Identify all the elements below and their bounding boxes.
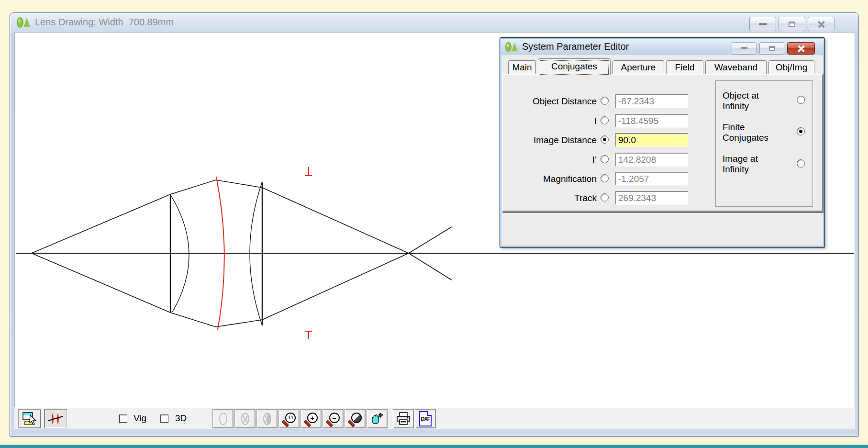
i-label: I [503, 116, 597, 126]
i-prime-radio[interactable] [601, 155, 609, 163]
tab-obj-img[interactable]: Obj/Img [768, 60, 814, 75]
marginal-ray-upper-image [262, 188, 452, 280]
object-at-infinity-label: Object at Infinity [723, 90, 779, 112]
zoom-in-icon: + [307, 413, 318, 423]
image-distance-input[interactable] [615, 133, 688, 147]
zoom-in-glyph: + [311, 414, 315, 422]
export-dxf-button[interactable]: DXF [415, 409, 436, 428]
dxf-label: DXF [421, 416, 430, 422]
zoom-window-button[interactable] [345, 409, 366, 428]
conjugate-mode-groupbox: Object at Infinity Finite Conjugates Ima… [715, 80, 813, 207]
dialog-close-button[interactable] [787, 42, 815, 55]
i-radio[interactable] [601, 116, 609, 124]
i-input[interactable] [615, 114, 688, 128]
drawing-toolbar: Vig 3D 1-1 + − [14, 407, 855, 429]
zoom-one-to-one-button[interactable]: 1-1 [278, 409, 300, 428]
zoom-reset-glyph: 1-1 [288, 416, 293, 420]
close-icon [818, 21, 825, 28]
lens-prism-icon [17, 17, 31, 28]
copy-drawing-button[interactable] [18, 409, 41, 428]
export-dxf-icon: DXF [419, 411, 432, 426]
tab-aperture[interactable]: Aperture [612, 60, 664, 75]
threed-checkbox-label: 3D [175, 413, 187, 424]
pan-hand-icon [370, 412, 384, 426]
zoom-out-button[interactable]: − [323, 409, 344, 428]
window-title: Lens Drawing: Width 700.89mm [35, 17, 174, 28]
i-prime-label: I' [503, 155, 597, 165]
dialog-status-area [502, 213, 822, 245]
taskbar-edge-strip [0, 445, 868, 448]
copy-drawing-icon [22, 411, 38, 426]
magnification-input[interactable] [615, 172, 688, 186]
threed-checkbox[interactable] [160, 414, 168, 423]
i-prime-input[interactable] [615, 153, 688, 167]
dialog-title: System Parameter Editor [522, 41, 629, 52]
zoom-in-button[interactable]: + [300, 409, 322, 428]
system-parameter-editor-dialog: System Parameter Editor Main Conjugates … [500, 37, 825, 248]
magnification-label: Magnification [503, 174, 597, 184]
tab-conjugates[interactable]: Conjugates [538, 58, 611, 75]
restore-button[interactable] [779, 17, 805, 31]
finite-conjugates-radio[interactable] [797, 127, 805, 135]
marginal-ray-lower-object [32, 253, 170, 313]
marginal-ray-upper-object [32, 194, 170, 253]
minimize-icon [741, 47, 747, 49]
aperture-full-icon [219, 413, 227, 425]
image-at-infinity-radio[interactable] [797, 159, 805, 168]
aperture-half-button[interactable] [256, 409, 278, 428]
object-at-infinity-radio[interactable] [797, 96, 805, 104]
field-marker-top [305, 167, 312, 176]
close-button[interactable] [808, 17, 835, 31]
object-distance-input[interactable] [615, 94, 688, 108]
finite-conjugates-label: Finite Conjugates [723, 122, 779, 144]
minimize-icon [759, 23, 767, 25]
zoom-window-icon [351, 413, 362, 423]
lens-surface-2 [171, 196, 189, 312]
lens-rays-icon [47, 411, 64, 426]
print-icon [396, 412, 411, 426]
zoom-out-glyph: − [333, 414, 337, 422]
aperture-x-icon [241, 413, 249, 425]
restore-icon [789, 22, 795, 27]
close-icon [798, 45, 805, 52]
pan-hand-button[interactable] [367, 409, 388, 428]
image-distance-label: Image Distance [503, 135, 597, 146]
object-distance-radio[interactable] [601, 97, 609, 105]
print-button[interactable] [393, 409, 414, 428]
tab-main[interactable]: Main [508, 60, 536, 75]
image-distance-radio[interactable] [601, 135, 609, 144]
track-input[interactable] [615, 191, 688, 205]
marginal-ray-lower-image [262, 227, 452, 320]
track-label: Track [503, 193, 597, 203]
toggle-lens-picture-button[interactable] [44, 409, 67, 428]
vig-checkbox[interactable] [119, 414, 127, 423]
tab-field[interactable]: Field [666, 60, 703, 75]
track-radio[interactable] [601, 193, 609, 202]
aperture-x-button[interactable] [234, 409, 256, 428]
magnification-radio[interactable] [601, 174, 609, 182]
field-marker-bottom [305, 331, 312, 339]
beam-edge-bottom [170, 313, 262, 327]
vig-checkbox-label: Vig [134, 413, 146, 424]
aperture-half-icon [263, 413, 271, 425]
zoom-out-icon: − [329, 413, 340, 423]
dialog-minimize-button[interactable] [732, 42, 757, 55]
object-distance-label: Object Distance [503, 96, 597, 107]
window-titlebar[interactable]: Lens Drawing: Width 700.89mm [10, 13, 858, 32]
zoom-one-to-one-icon: 1-1 [285, 413, 296, 423]
lens-prism-icon [505, 42, 519, 52]
minimize-button[interactable] [749, 17, 776, 31]
dialog-body: Main Conjugates Aperture Field Waveband … [501, 55, 823, 246]
dialog-titlebar[interactable]: System Parameter Editor [501, 39, 823, 55]
dialog-restore-button[interactable] [759, 42, 784, 55]
image-at-infinity-label: Image at Infinity [723, 154, 779, 175]
tab-waveband[interactable]: Waveband [705, 60, 767, 75]
restore-icon [769, 46, 775, 51]
aperture-full-button[interactable] [212, 409, 234, 428]
beam-edge-top [170, 180, 262, 194]
conjugates-tab-page: Object Distance I Image Distance I' Magn… [502, 74, 823, 213]
